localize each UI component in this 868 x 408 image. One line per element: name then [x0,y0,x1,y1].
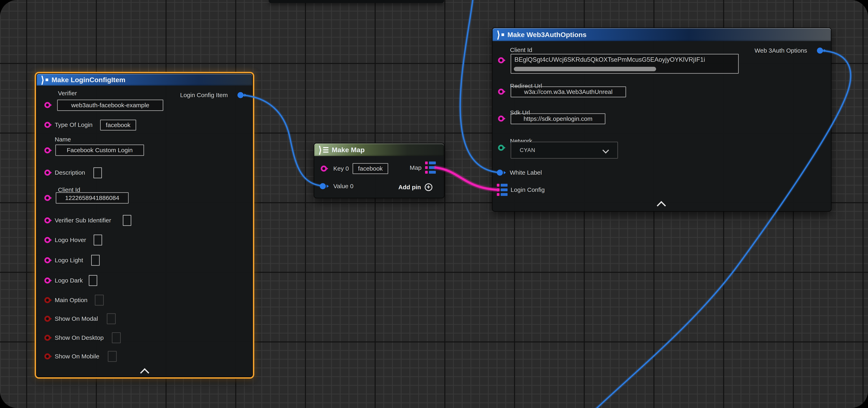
network-dropdown[interactable]: CYAN [510,142,618,159]
make-struct-icon: ⟩ [497,31,504,39]
node-make-loginconfigitem[interactable]: ⟩ Make LoginConfigItem [36,73,253,377]
description-value-field[interactable] [93,167,102,178]
logo-light-pin-label: Logo Light [55,257,83,264]
client-id-horizontal-scrollbar[interactable] [514,67,656,71]
name-value-field[interactable]: Facebook Custom Login [55,144,144,156]
white-label-pin[interactable] [497,170,503,176]
web3auth-options-output-pin[interactable] [817,47,823,54]
add-pin-button[interactable]: Add pin [398,183,432,191]
logo-dark-pin[interactable] [44,277,51,283]
logo-light-pin[interactable] [44,257,51,263]
login-config-item-output-label: Login Config Item [180,92,228,99]
client-id-pin[interactable] [44,195,51,201]
node-make-loginconfigitem-header[interactable]: ⟩ Make LoginConfigItem [37,74,252,86]
node-title: Make Map [332,146,365,154]
w3a-client-id-pin[interactable] [498,57,504,63]
type-of-login-pin[interactable] [44,122,51,128]
value0-pin-label: Value 0 [333,183,353,190]
logo-hover-pin[interactable] [44,237,51,243]
redirect-url-value-field[interactable]: w3a://com.w3a.Web3AuthUnreal [510,87,626,97]
node-title: Make Web3AuthOptions [507,31,586,39]
node-title: Make LoginConfigItem [52,76,125,84]
make-struct-icon: ⟩ [41,76,48,84]
add-pin-label: Add pin [398,184,421,191]
type-of-login-value-field[interactable]: facebook [100,120,136,131]
sdk-url-pin[interactable] [498,115,504,122]
verifier-sub-identifier-pin[interactable] [44,217,51,224]
show-on-mobile-checkbox[interactable] [108,351,117,362]
network-dropdown-value: CYAN [511,147,535,154]
logo-hover-value-field[interactable] [94,235,102,245]
make-map-icon: ⟩ [318,146,329,154]
show-on-desktop-pin[interactable] [44,335,51,341]
logo-light-value-field[interactable] [91,255,100,266]
show-on-modal-checkbox[interactable] [107,313,116,324]
name-pin-label: Name [55,136,71,143]
blueprint-graph-screen: ⟩ Make LoginConfigItem Verifier web3auth… [0,0,868,408]
w3a-client-id-pin-label: Client Id [510,46,532,54]
show-on-modal-pin[interactable] [44,316,51,322]
verifier-pin[interactable] [44,102,51,108]
main-option-pin[interactable] [44,297,51,303]
description-pin-label: Description [55,169,85,176]
show-on-mobile-pin-label: Show On Mobile [55,353,99,360]
show-on-desktop-pin-label: Show On Desktop [55,334,104,341]
description-pin[interactable] [44,170,51,176]
node-make-map-header[interactable]: ⟩ Make Map [314,143,444,156]
login-config-pin map-grid-icon[interactable] [497,184,507,196]
show-on-mobile-pin[interactable] [44,353,51,360]
network-pin[interactable] [498,145,504,151]
w3a-client-id-text: BEglQSgt4cUWcj6SKRdu5QkOXTsePmMcusG5EAoy… [515,56,705,63]
sdk-url-value-field[interactable]: https://sdk.openlogin.com [510,113,606,124]
verifier-value-field[interactable]: web3auth-facebook-example [57,100,163,111]
key0-pin-label: Key 0 [333,165,349,172]
node-make-web3authoptions-header[interactable]: ⟩ Make Web3AuthOptions [493,28,831,41]
show-on-desktop-checkbox[interactable] [112,332,121,343]
key0-pin[interactable] [321,166,327,172]
type-of-login-pin-label: Type Of Login [55,122,93,128]
logo-hover-pin-label: Logo Hover [55,237,86,243]
offscreen-node-partial[interactable] [269,0,444,3]
login-config-pin-label: Login Config [510,186,545,193]
verifier-sub-identifier-pin-label: Verifier Sub Identifier [55,217,111,224]
main-option-checkbox[interactable] [95,295,104,306]
client-id-value-field[interactable]: 1222658941886084 [56,192,129,204]
key0-value-field[interactable]: facebook [352,163,388,174]
show-on-modal-pin-label: Show On Modal [55,315,98,322]
verifier-pin-label: Verifier [58,90,77,97]
map-output-pin map-grid-icon[interactable] [425,162,436,174]
name-pin[interactable] [44,147,51,154]
login-config-item-output-pin[interactable] [238,92,244,98]
logo-dark-value-field[interactable] [89,275,97,286]
web3auth-options-output-label: Web 3Auth Options [754,47,807,54]
plus-circle-icon [425,183,432,191]
value0-pin[interactable] [320,183,326,189]
redirect-url-pin[interactable] [498,89,504,95]
logo-dark-pin-label: Logo Dark [55,277,83,284]
map-output-label: Map [410,164,422,171]
white-label-pin-label: White Label [510,169,542,176]
main-option-pin-label: Main Option [55,297,88,304]
verifier-sub-identifier-value-field[interactable] [123,215,131,226]
